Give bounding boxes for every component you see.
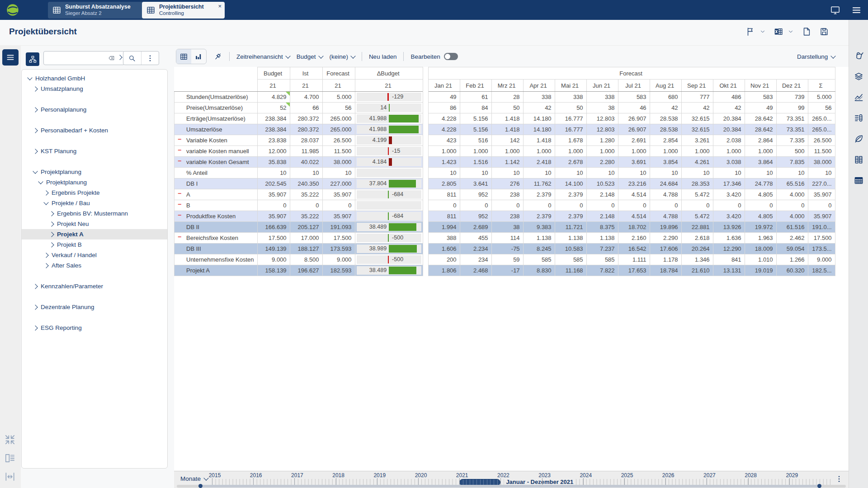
tree-item-personalplanung[interactable]: Personalplanung [22, 104, 167, 115]
month-cell[interactable]: 234 [460, 254, 491, 265]
month-cell[interactable]: -17 [491, 265, 523, 276]
month-cell[interactable]: 2.148 [586, 189, 618, 200]
tree-item-projekt-a[interactable]: Projekt A [22, 229, 167, 239]
month-cell[interactable]: 1.423 [428, 157, 460, 168]
month-cell[interactable]: -75 [491, 244, 523, 254]
month-cell[interactable]: 12.803 [586, 124, 618, 135]
tree-item-projekt-neu[interactable]: Projekt Neu [22, 219, 167, 229]
month-cell[interactable]: 5.000 [808, 92, 835, 103]
month-cell[interactable]: 2.290 [650, 233, 681, 244]
month-cell[interactable]: 1.000 [491, 146, 523, 157]
month-cell[interactable]: 10.583 [555, 244, 586, 254]
delta-cell[interactable]: -500 [355, 254, 423, 265]
chevron-down-icon[interactable] [788, 28, 794, 35]
month-cell[interactable]: 2.379 [523, 211, 555, 222]
month-cell[interactable]: 1.142 [491, 157, 523, 168]
row-label[interactable]: Umsatzerlöse [175, 124, 258, 135]
month-cell[interactable]: 19.019 [745, 265, 776, 276]
month-cell[interactable]: 142 [491, 135, 523, 146]
search-input[interactable] [47, 54, 105, 62]
month-cell[interactable]: 0 [428, 200, 460, 211]
month-cell[interactable]: 4.788 [650, 189, 681, 200]
month-cell[interactable]: 1.000 [428, 146, 460, 157]
month-cell[interactable]: 84 [460, 103, 491, 113]
month-cell[interactable]: 680 [650, 92, 681, 103]
month-cell[interactable]: 18.702 [618, 222, 650, 233]
month-cell[interactable]: 2.148 [586, 211, 618, 222]
month-cell[interactable]: 0 [808, 200, 835, 211]
month-cell[interactable]: 3.420 [713, 189, 745, 200]
sidebar-menu-button[interactable] [2, 49, 19, 66]
month-cell[interactable]: 3.641 [460, 178, 491, 189]
month-cell[interactable]: 73.351 [776, 124, 808, 135]
chevron-right-icon[interactable] [33, 325, 38, 330]
tree-item-dezentrale-planung[interactable]: Dezentrale Planung [22, 302, 167, 312]
month-cell[interactable]: 0 [713, 200, 745, 211]
month-cell[interactable]: 1.138 [555, 233, 586, 244]
row-label[interactable]: Unternehmensfixe Kosten [175, 254, 258, 265]
building-columns-icon[interactable] [854, 155, 864, 165]
value-cell[interactable]: 0 [322, 200, 355, 211]
month-cell[interactable]: 1.636 [713, 233, 745, 244]
month-cell[interactable]: 3.864 [745, 157, 776, 168]
menu-icon[interactable] [851, 5, 862, 15]
month-cell[interactable]: 38 [491, 222, 523, 233]
month-cell[interactable]: 1.000 [713, 146, 745, 157]
month-cell[interactable]: 46 [618, 103, 650, 113]
delta-cell[interactable]: -684 [355, 189, 423, 200]
tab-projektuebersicht[interactable]: Projektübersicht Controlling × [142, 2, 225, 19]
value-cell[interactable]: 35.222 [290, 211, 322, 222]
month-cell[interactable]: 585 [523, 254, 555, 265]
month-cell[interactable]: 10 [555, 168, 586, 178]
month-cell[interactable]: 841 [713, 254, 745, 265]
month-cell[interactable]: 2.468 [460, 265, 491, 276]
month-cell[interactable]: 11.168 [555, 265, 586, 276]
value-cell[interactable]: 40.022 [290, 157, 322, 168]
month-cell[interactable]: 265.0... [808, 124, 835, 135]
month-cell[interactable]: 50 [491, 103, 523, 113]
tree-item-projektplanung[interactable]: Projektplanung [22, 167, 167, 177]
month-cell[interactable]: 1.000 [618, 146, 650, 157]
filter-dropdown[interactable]: (keine) [330, 53, 355, 60]
month-cell[interactable]: 10 [713, 168, 745, 178]
chevron-right-icon[interactable] [43, 263, 48, 268]
month-cell[interactable]: 22.881 [681, 222, 713, 233]
month-cell[interactable]: 10 [745, 168, 776, 178]
month-cell[interactable]: 7.822 [586, 265, 618, 276]
chevron-down-icon[interactable] [27, 75, 32, 80]
panel-list-icon[interactable] [4, 452, 16, 464]
month-cell[interactable]: 0 [491, 200, 523, 211]
excel-icon[interactable] [774, 27, 783, 37]
delta-cell[interactable] [355, 168, 423, 178]
month-cell[interactable]: 10 [586, 168, 618, 178]
tree-item-after-sales[interactable]: After Sales [22, 260, 167, 271]
month-cell[interactable]: 583 [618, 92, 650, 103]
chevron-right-icon[interactable] [49, 232, 54, 237]
close-icon[interactable]: × [218, 3, 222, 9]
month-cell[interactable]: 26.500 [808, 135, 835, 146]
save-icon[interactable] [819, 27, 829, 37]
month-cell[interactable]: 19.972 [745, 222, 776, 233]
month-cell[interactable]: 0 [618, 200, 650, 211]
month-cell[interactable]: 32.615 [681, 124, 713, 135]
row-label[interactable]: Stunden(Umsatzerlöse) [175, 92, 258, 103]
value-cell[interactable]: 35.907 [257, 211, 290, 222]
row-label[interactable]: −B [175, 200, 258, 211]
value-cell[interactable]: 56 [322, 103, 355, 113]
month-cell[interactable]: 9.000 [808, 254, 835, 265]
timeline-scroll-thumb[interactable] [200, 485, 820, 488]
layers-icon[interactable] [854, 71, 864, 82]
month-cell[interactable]: 1.963 [745, 233, 776, 244]
month-cell[interactable]: 2.418 [523, 157, 555, 168]
value-cell[interactable]: 35.907 [322, 211, 355, 222]
month-cell[interactable]: 1.418 [523, 135, 555, 146]
chevron-right-icon[interactable] [33, 107, 38, 112]
edit-toggle[interactable] [444, 53, 458, 60]
chevron-right-icon[interactable] [43, 253, 48, 258]
month-cell[interactable]: 2.805 [428, 178, 460, 189]
month-cell[interactable]: 585 [555, 254, 586, 265]
delta-cell[interactable]: -500 [355, 233, 423, 244]
table-view-button[interactable] [176, 49, 191, 64]
month-cell[interactable]: 28.353 [681, 178, 713, 189]
tree-item-ergebnis-projekte[interactable]: Ergebnis Projekte [22, 188, 167, 198]
